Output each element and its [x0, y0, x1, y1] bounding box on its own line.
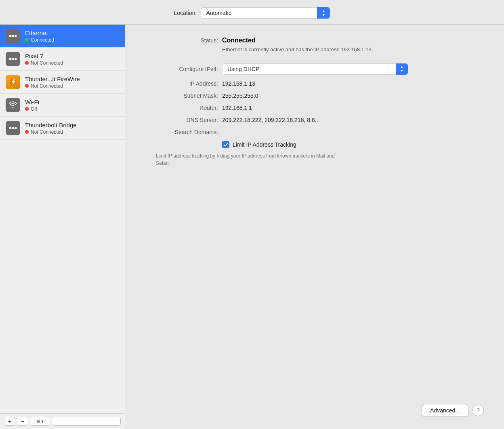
gear-button[interactable]: ⚙ ▾ [30, 417, 50, 426]
wifi-status-row: Off [25, 106, 39, 112]
location-label: Location: [174, 10, 197, 16]
ethernet-text: Ethernet Connected [25, 29, 54, 43]
sidebar-list: Ethernet Connected [0, 25, 125, 413]
status-label: Status: [145, 37, 218, 44]
subnet-mask-row: Subnet Mask: 255.255.255.0 [145, 93, 484, 99]
thunderfire-status-text: Not Connected [31, 83, 63, 89]
router-label: Router: [145, 105, 218, 111]
pixel7-status-text: Not Connected [31, 60, 63, 66]
subnet-mask-label: Subnet Mask: [145, 93, 218, 99]
ethernet-status-text: Connected [31, 37, 54, 43]
configure-ipv4-label: Configure IPv4: [145, 66, 218, 72]
status-description: Ethernet is currently active and has the… [222, 46, 373, 54]
thunderbolt-text: Thunderbolt Bridge Not Connected [25, 122, 77, 135]
ip-address-label: IP Address: [145, 80, 218, 87]
ethernet-name: Ethernet [25, 29, 54, 36]
pixel7-text: Pixel 7 Not Connected [25, 53, 63, 66]
limit-tracking-checkbox-container[interactable]: Limit IP Address Tracking [222, 141, 296, 148]
configure-ipv4-row: Configure IPv4: Using DHCP ▲ ▼ [145, 63, 484, 75]
dns-server-row: DNS Server: 209.222.18.222, 209.222.18.2… [145, 117, 484, 123]
limit-tracking-description: Limit IP address tracking by hiding your… [156, 152, 342, 167]
router-row: Router: 192.168.1.1 [145, 105, 484, 111]
gear-icon: ⚙ [36, 419, 40, 424]
thunderfire-status-row: Not Connected [25, 83, 80, 89]
ip-address-row: IP Address: 192.168.1.13 [145, 80, 484, 87]
location-select[interactable]: Automatic [201, 7, 330, 19]
pixel7-name: Pixel 7 [25, 53, 63, 59]
thunderbolt-status-row: Not Connected [25, 129, 77, 135]
search-domains-row: Search Domains: [145, 129, 484, 135]
thunderfire-text: Thunder...lt FireWire Not Connected [25, 76, 80, 89]
gear-chevron-icon: ▾ [41, 419, 44, 424]
sidebar-search-input[interactable] [52, 417, 121, 426]
thunderfire-icon [6, 75, 20, 89]
add-button[interactable]: + [4, 417, 15, 426]
detail-panel: Status: Connected Ethernet is currently … [125, 25, 504, 429]
configure-select-wrapper[interactable]: Using DHCP ▲ ▼ [222, 63, 408, 75]
svg-point-2 [15, 35, 17, 37]
pixel7-status-dot [25, 61, 29, 65]
advanced-button[interactable]: Advanced... [422, 404, 468, 417]
wifi-text: Wi-Fi Off [25, 99, 39, 112]
wifi-name: Wi-Fi [25, 99, 39, 105]
svg-point-6 [12, 58, 14, 60]
sidebar-item-thunderbolt[interactable]: Thunderbolt Bridge Not Connected [0, 117, 125, 140]
limit-tracking-checkbox[interactable] [222, 141, 229, 148]
thunderbolt-name: Thunderbolt Bridge [25, 122, 77, 128]
status-value: Connected [222, 37, 373, 44]
ethernet-icon [6, 29, 20, 43]
ethernet-status-dot [25, 38, 29, 42]
detail-section: Status: Connected Ethernet is currently … [145, 37, 484, 396]
thunderbolt-icon [6, 121, 20, 135]
limit-tracking-label: Limit IP Address Tracking [233, 141, 296, 148]
limit-tracking-row: Limit IP Address Tracking [222, 141, 484, 148]
configure-ipv4-select[interactable]: Using DHCP [222, 63, 408, 75]
sidebar-item-thunderfire[interactable]: Thunder...lt FireWire Not Connected [0, 71, 125, 94]
location-select-wrapper[interactable]: Automatic ▲ ▼ [201, 7, 330, 19]
sidebar-item-wifi[interactable]: Wi-Fi Off [0, 94, 125, 117]
top-bar: Location: Automatic ▲ ▼ [0, 0, 504, 25]
thunderfire-status-dot [25, 84, 29, 88]
status-row: Status: Connected Ethernet is currently … [145, 37, 484, 54]
svg-point-13 [15, 127, 17, 129]
status-block: Connected Ethernet is currently active a… [222, 37, 373, 54]
wifi-status-dot [25, 107, 29, 111]
svg-point-5 [9, 58, 11, 60]
svg-point-11 [9, 127, 11, 129]
thunderfire-name: Thunder...lt FireWire [25, 76, 80, 82]
detail-footer: Advanced... ? [145, 396, 484, 417]
wifi-status-text: Off [31, 106, 37, 112]
ip-address-value: 192.168.1.13 [222, 80, 255, 87]
thunderbolt-status-text: Not Connected [31, 129, 63, 135]
wifi-icon [6, 98, 20, 112]
dns-server-value: 209.222.18.222, 209.222.18.218, 8.8... [222, 117, 319, 123]
main-content: Ethernet Connected [0, 25, 504, 429]
pixel7-status-row: Not Connected [25, 60, 63, 66]
remove-button[interactable]: − [17, 417, 28, 426]
svg-point-0 [9, 35, 11, 37]
search-domains-label: Search Domains: [145, 129, 218, 135]
thunderbolt-status-dot [25, 130, 29, 134]
svg-point-7 [15, 58, 17, 60]
router-value: 192.168.1.1 [222, 105, 252, 111]
sidebar-item-ethernet[interactable]: Ethernet Connected [0, 25, 125, 48]
svg-point-12 [12, 127, 14, 129]
svg-point-1 [12, 35, 14, 37]
sidebar-item-pixel7[interactable]: Pixel 7 Not Connected [0, 48, 125, 71]
sidebar: Ethernet Connected [0, 25, 125, 429]
dns-server-label: DNS Server: [145, 117, 218, 123]
ethernet-status-row: Connected [25, 37, 54, 43]
help-button[interactable]: ? [472, 405, 484, 416]
sidebar-toolbar: + − ⚙ ▾ [0, 413, 125, 429]
subnet-mask-value: 255.255.255.0 [222, 93, 258, 99]
pixel7-icon [6, 52, 20, 66]
